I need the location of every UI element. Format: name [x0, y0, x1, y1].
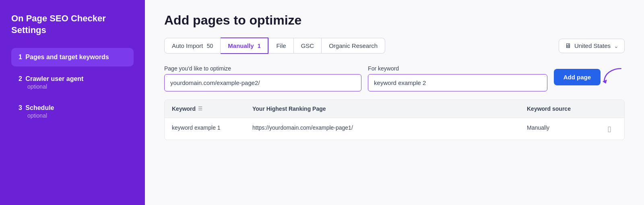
tab-file-label: File	[276, 42, 286, 49]
sidebar-item-1-number: 1	[19, 54, 22, 60]
sidebar-item-1-label: Pages and target keywords	[25, 54, 109, 60]
col-actions	[600, 100, 624, 118]
tab-manually-label: Manually	[228, 42, 254, 49]
main-content: Add pages to optimize Auto Import 50 Man…	[145, 0, 644, 205]
tab-manually[interactable]: Manually 1	[221, 37, 268, 54]
keyword-form-group: For keyword	[368, 65, 547, 91]
sidebar-title: On Page SEO Checker Settings	[11, 13, 134, 36]
keyword-value: keyword example 1	[172, 124, 221, 131]
keyword-input[interactable]	[368, 74, 547, 91]
sidebar-item-2-sub: optional	[27, 83, 126, 90]
tab-auto-import-badge: 50	[207, 43, 213, 49]
tab-organic-research[interactable]: Organic Research	[322, 38, 385, 54]
page-input[interactable]	[164, 74, 361, 91]
col-page-label: Your Highest Ranking Page	[252, 106, 326, 112]
add-page-button[interactable]: Add page	[554, 69, 601, 85]
page-value: https://yourdomain.com/example-page1/	[252, 124, 353, 131]
page-label: Page you'd like to optimize	[164, 65, 361, 72]
col-source-label: Keyword source	[527, 106, 571, 112]
tab-auto-import[interactable]: Auto Import 50	[164, 38, 221, 54]
tabs-row: Auto Import 50 Manually 1 File GSC Organ…	[164, 37, 625, 54]
keyword-label: For keyword	[368, 65, 547, 72]
tab-gsc[interactable]: GSC	[294, 38, 322, 54]
col-source: Keyword source	[520, 100, 600, 118]
col-page: Your Highest Ranking Page	[245, 100, 520, 118]
col-keyword: Keyword ☰	[165, 100, 245, 118]
page-title: Add pages to optimize	[164, 13, 625, 28]
location-dropdown[interactable]: 🖥 United States ⌄	[559, 39, 625, 53]
sidebar-item-3-number: 3	[19, 104, 22, 111]
sidebar-item-3-sub: optional	[27, 112, 126, 119]
sort-icon[interactable]: ☰	[198, 106, 202, 112]
sidebar-item-pages[interactable]: 1 Pages and target keywords	[11, 48, 134, 66]
cell-source: Manually	[520, 118, 600, 140]
form-row: Page you'd like to optimize For keyword …	[164, 65, 625, 91]
tab-file[interactable]: File	[268, 38, 293, 54]
sidebar-item-crawler[interactable]: 2 Crawler user agent optional	[11, 70, 134, 95]
cell-keyword: keyword example 1	[165, 118, 245, 140]
sidebar-item-schedule[interactable]: 3 Schedule optional	[11, 99, 134, 124]
col-keyword-label: Keyword	[172, 106, 196, 112]
tab-auto-import-label: Auto Import	[172, 42, 203, 49]
monitor-icon: 🖥	[565, 42, 571, 50]
copy-icon[interactable]: ▯	[607, 124, 611, 133]
sidebar-item-3-label: Schedule	[25, 104, 54, 111]
location-label: United States	[574, 42, 611, 49]
source-value: Manually	[527, 124, 549, 131]
tab-organic-research-label: Organic Research	[329, 42, 378, 49]
sidebar-item-2-label: Crawler user agent	[25, 75, 83, 82]
sidebar-item-2-number: 2	[19, 75, 22, 82]
table-header: Keyword ☰ Your Highest Ranking Page Keyw…	[165, 100, 624, 118]
chevron-down-icon: ⌄	[614, 43, 619, 49]
page-form-group: Page you'd like to optimize	[164, 65, 361, 91]
table-row: keyword example 1 https://yourdomain.com…	[165, 118, 624, 140]
cell-page: https://yourdomain.com/example-page1/	[245, 118, 520, 140]
tab-manually-badge: 1	[258, 43, 261, 49]
sidebar: On Page SEO Checker Settings 1 Pages and…	[0, 0, 145, 205]
arrow-annotation	[601, 65, 625, 85]
keywords-table: Keyword ☰ Your Highest Ranking Page Keyw…	[164, 99, 625, 140]
add-page-with-arrow: Add page	[554, 65, 625, 85]
cell-copy[interactable]: ▯	[600, 118, 624, 140]
tab-gsc-label: GSC	[301, 42, 314, 49]
